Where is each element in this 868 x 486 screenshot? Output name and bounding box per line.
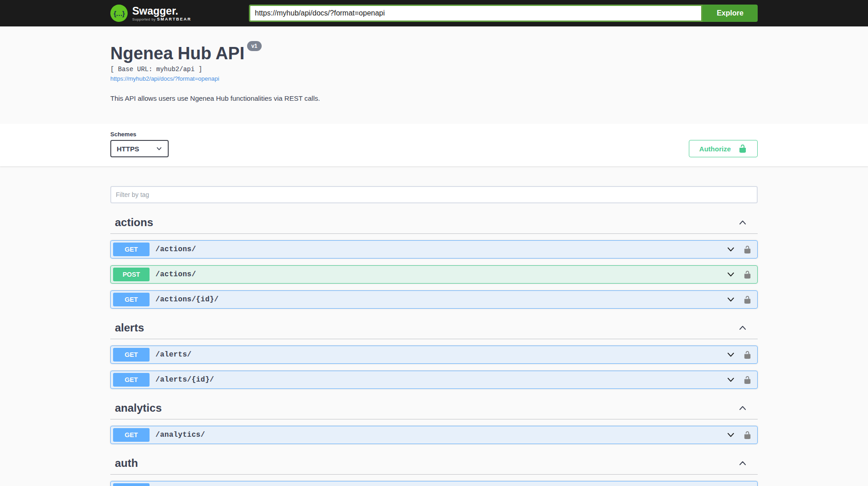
tag-header[interactable]: analytics [110,397,758,419]
operation-row[interactable]: POST /actions/ [110,265,758,284]
chevron-down-icon [726,375,736,385]
section-title: analytics [115,402,162,414]
version-badge: v1 [247,41,261,51]
method-badge: GET [113,243,150,256]
operation-path: /alerts/{id}/ [155,376,214,384]
chevron-down-icon [726,295,736,305]
operation-row[interactable]: GET /analytics/ [110,426,758,444]
auth-lock-button[interactable] [743,351,752,359]
section-operations: GET /auth/clientkeys/ [110,481,758,486]
section-title: alerts [115,321,144,334]
section-title: actions [115,216,153,229]
auth-lock-button[interactable] [743,270,752,279]
chevron-down-icon [726,350,736,360]
chevron-up-icon [738,323,748,333]
authorize-label: Authorize [699,145,731,153]
section-operations: GET /actions/ POST /actions/ GET /action… [110,240,758,309]
smartbear-brand: SMARTBEAR [157,17,191,21]
method-badge: GET [113,428,150,442]
spec-link[interactable]: https://myhub2/api/docs/?format=openapi [110,75,219,82]
operation-path: /actions/ [155,245,196,253]
page-title: Ngenea Hub API [110,44,244,63]
schemes-group: Schemes HTTPS [110,131,169,157]
method-badge: GET [113,483,150,486]
scheme-selected-value: HTTPS [117,145,139,153]
tag-section: actions GET /actions/ POST /actions/ [110,212,758,309]
smartbear-tagline: Supported bySMARTBEAR [132,17,191,21]
collapse-section-button[interactable] [738,458,753,468]
chevron-down-icon [726,430,736,440]
operations-section: actions GET /actions/ POST /actions/ [0,166,868,486]
operation-path: /actions/ [155,270,196,279]
expand-operation-button[interactable] [726,269,736,279]
method-badge: GET [113,373,150,387]
unlock-icon [743,351,752,359]
authorize-button[interactable]: Authorize [689,140,758,157]
unlock-icon [743,245,752,254]
spec-url-form: Explore [249,5,758,22]
operation-path: /analytics/ [155,431,205,439]
unlock-icon [743,295,752,304]
operation-path: /alerts/ [155,351,191,359]
chevron-up-icon [738,217,748,227]
auth-lock-button[interactable] [743,245,752,254]
auth-lock-button[interactable] [743,295,752,304]
section-operations: GET /analytics/ [110,426,758,444]
section-operations: GET /alerts/ GET /alerts/{id}/ [110,346,758,389]
scheme-container: Schemes HTTPS Authorize [0,124,868,166]
topbar: {…} Swagger. Supported bySMARTBEAR Explo… [0,0,868,26]
expand-operation-button[interactable] [726,375,736,385]
tag-section: alerts GET /alerts/ GET /alerts/{id}/ [110,317,758,389]
method-badge: GET [113,293,150,306]
operation-row[interactable]: GET /alerts/ [110,346,758,364]
operation-row[interactable]: GET /actions/{id}/ [110,290,758,309]
expand-operation-button[interactable] [726,430,736,440]
operation-row[interactable]: GET /alerts/{id}/ [110,371,758,389]
api-description: This API allows users use Ngenea Hub fun… [110,94,758,102]
explore-button[interactable]: Explore [703,5,758,22]
chevron-down-icon [726,244,736,254]
operation-row[interactable]: GET /auth/clientkeys/ [110,481,758,486]
base-url: [ Base URL: myhub2/api ] [110,66,758,73]
collapse-section-button[interactable] [738,217,753,227]
chevron-up-icon [738,403,748,413]
expand-operation-button[interactable] [726,350,736,360]
swagger-wordmark: Swagger. [132,5,191,16]
unlock-icon [743,431,752,439]
section-title: auth [115,457,138,470]
chevron-down-icon [156,145,162,152]
chevron-down-icon [726,269,736,279]
auth-lock-button[interactable] [743,376,752,384]
method-badge: GET [113,348,150,362]
tag-header[interactable]: auth [110,452,758,475]
tag-section: analytics GET /analytics/ [110,397,758,444]
tag-section: auth GET /auth/clientkeys/ [110,452,758,486]
unlock-icon [738,144,747,153]
auth-lock-button[interactable] [743,431,752,439]
unlock-icon [743,270,752,279]
swagger-braces-icon: {…} [110,5,128,22]
swagger-logo: {…} Swagger. Supported bySMARTBEAR [110,5,191,22]
tag-header[interactable]: alerts [110,317,758,339]
expand-operation-button[interactable] [726,244,736,254]
method-badge: POST [113,268,150,281]
filter-input[interactable] [110,186,758,203]
collapse-section-button[interactable] [738,323,753,333]
chevron-up-icon [738,458,748,468]
tag-sections: actions GET /actions/ POST /actions/ [110,212,758,486]
collapse-section-button[interactable] [738,403,753,413]
spec-url-input[interactable] [249,5,703,22]
operation-row[interactable]: GET /actions/ [110,240,758,259]
unlock-icon [743,376,752,384]
expand-operation-button[interactable] [726,295,736,305]
operation-path: /actions/{id}/ [155,295,219,304]
tag-header[interactable]: actions [110,212,758,234]
info-section: Ngenea Hub APIv1 [ Base URL: myhub2/api … [0,26,868,124]
scheme-select[interactable]: HTTPS [110,140,169,157]
schemes-label: Schemes [110,131,169,138]
